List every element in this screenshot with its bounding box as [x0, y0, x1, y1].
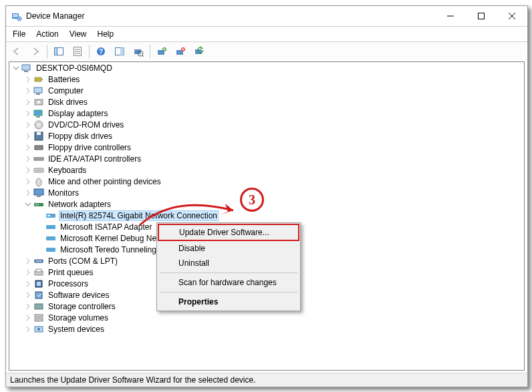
category-icon [33, 324, 44, 335]
tree-label: Network adapters [47, 199, 112, 210]
svg-rect-22 [34, 87, 42, 93]
status-text: Launches the Update Driver Software Wiza… [10, 375, 256, 385]
svg-rect-54 [35, 292, 42, 299]
expand-icon[interactable] [23, 142, 33, 153]
ctx-properties[interactable]: Properties [158, 295, 299, 309]
expand-icon[interactable] [23, 301, 33, 312]
close-button[interactable] [497, 6, 527, 26]
category-icon [33, 154, 44, 164]
tree-label: Processors [47, 278, 90, 289]
ctx-disable[interactable]: Disable [158, 241, 299, 256]
svg-text:?: ? [99, 48, 103, 55]
tree-category[interactable]: Batteries [9, 73, 524, 85]
tree-root[interactable]: DESKTOP-0SI6MQD [9, 62, 524, 73]
tree-label: DVD/CD-ROM drives [47, 120, 125, 130]
expand-icon[interactable] [23, 85, 33, 96]
window: Device Manager File Action View Help ? [5, 5, 528, 387]
device-tree[interactable]: DESKTOP-0SI6MQD BatteriesComputerDisk dr… [9, 61, 525, 371]
statusbar: Launches the Update Driver Software Wiza… [6, 373, 527, 387]
svg-point-48 [38, 260, 39, 262]
minimize-button[interactable] [435, 6, 466, 26]
ctx-label: Disable [178, 244, 205, 253]
back-button[interactable] [8, 43, 25, 60]
expand-icon[interactable] [23, 154, 33, 164]
expand-icon[interactable] [23, 324, 33, 335]
maximize-button[interactable] [466, 6, 497, 26]
category-icon [33, 256, 44, 266]
category-icon [33, 165, 44, 176]
tree-category[interactable]: System devices [9, 323, 524, 335]
svg-rect-53 [37, 282, 41, 286]
expand-icon[interactable] [23, 278, 33, 289]
svg-rect-18 [22, 65, 30, 70]
expand-icon[interactable] [23, 313, 33, 323]
rescan-button[interactable] [190, 43, 208, 60]
update-driver-button[interactable] [153, 43, 170, 60]
scan-icon-button[interactable] [130, 43, 147, 60]
expand-icon[interactable] [23, 74, 33, 85]
tree-category[interactable]: Floppy disk drives [9, 130, 524, 142]
tree-category[interactable]: Disk drives [9, 96, 524, 108]
ctx-update-driver[interactable]: Update Driver Software... [158, 224, 299, 241]
expand-icon[interactable] [23, 165, 33, 176]
category-icon [33, 278, 44, 289]
tree-category[interactable]: Monitors [9, 187, 524, 198]
svg-point-39 [35, 204, 37, 205]
tree-label: Monitors [47, 188, 80, 198]
tree-category[interactable]: Mice and other pointing devices [9, 176, 524, 187]
menu-file[interactable]: File [7, 28, 31, 40]
ctx-uninstall[interactable]: Uninstall [158, 256, 299, 270]
tree-device-selected[interactable]: Intel(R) 82574L Gigabit Network Connecti… [9, 210, 524, 221]
tree-root-label: DESKTOP-0SI6MQD [35, 63, 114, 73]
collapse-icon[interactable] [23, 199, 33, 210]
expand-icon[interactable] [23, 176, 33, 187]
expand-icon[interactable] [23, 256, 33, 266]
svg-point-25 [37, 101, 40, 104]
tree-category[interactable]: Floppy drive controllers [9, 142, 524, 153]
tree-label: System devices [47, 324, 106, 335]
computer-icon [21, 63, 32, 73]
svg-point-29 [38, 124, 40, 126]
nic-icon [45, 210, 56, 221]
tree-label: Print queues [47, 267, 94, 278]
show-tree-button[interactable] [50, 43, 68, 60]
tree-label: Display adapters [47, 108, 109, 119]
tree-category[interactable]: Display adapters [9, 108, 524, 119]
collapse-icon[interactable] [11, 63, 21, 73]
svg-rect-21 [41, 79, 43, 80]
tree-category[interactable]: Keyboards [9, 164, 524, 176]
tree-category[interactable]: IDE ATA/ATAPI controllers [9, 153, 524, 164]
menu-action[interactable]: Action [31, 28, 63, 40]
ctx-label: Update Driver Software... [179, 228, 269, 237]
svg-rect-1 [13, 14, 18, 17]
tree-category-network[interactable]: Network adapters [9, 198, 524, 210]
svg-rect-19 [24, 71, 28, 72]
category-icon [33, 176, 44, 187]
uninstall-button[interactable] [172, 43, 189, 60]
ctx-scan[interactable]: Scan for hardware changes [158, 275, 299, 290]
properties-button[interactable] [69, 43, 86, 60]
network-icon [33, 199, 44, 210]
tree-label: Storage volumes [47, 313, 110, 323]
expand-icon[interactable] [23, 97, 33, 108]
nic-icon [45, 233, 56, 244]
tree-label: Ports (COM & LPT) [47, 256, 119, 266]
category-icon [33, 131, 44, 142]
tree-category[interactable]: Storage volumes [9, 312, 524, 323]
expand-icon[interactable] [23, 131, 33, 142]
forward-button[interactable] [27, 43, 44, 60]
expand-icon[interactable] [23, 290, 33, 301]
tree-category[interactable]: DVD/CD-ROM drives [9, 119, 524, 130]
help-button[interactable]: ? [92, 43, 110, 60]
ctx-sep [160, 292, 297, 292]
action-button[interactable] [111, 43, 128, 60]
expand-icon[interactable] [23, 188, 33, 198]
tree-category[interactable]: Computer [9, 85, 524, 96]
menu-view[interactable]: View [64, 28, 92, 40]
expand-icon[interactable] [23, 267, 33, 278]
expand-icon[interactable] [23, 120, 33, 130]
ctx-label: Properties [178, 297, 218, 307]
tree-label: Batteries [47, 74, 81, 85]
expand-icon[interactable] [23, 108, 33, 119]
menu-help[interactable]: Help [92, 28, 120, 40]
